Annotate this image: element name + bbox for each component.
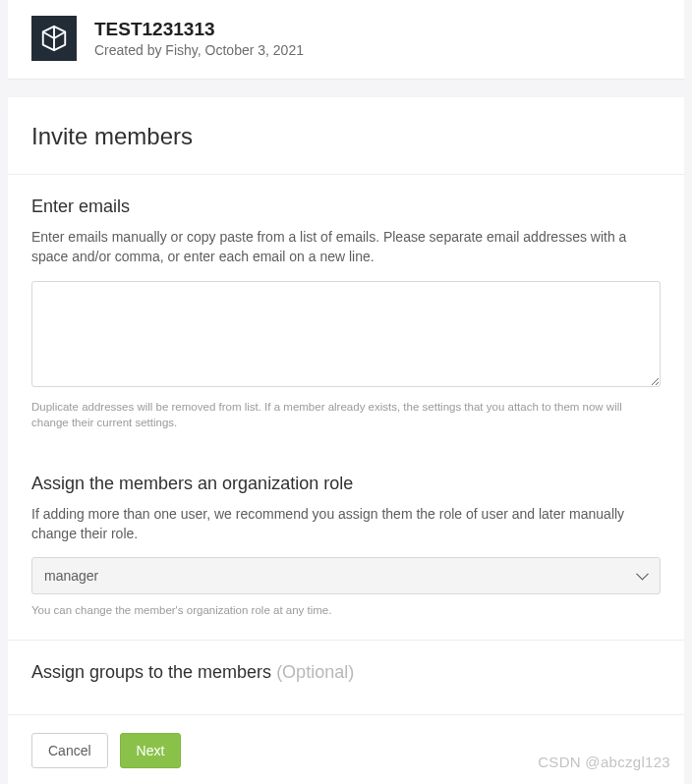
assign-groups-section: Assign groups to the members (Optional) [8, 641, 684, 714]
enter-emails-section: Enter emails Enter emails manually or co… [8, 175, 684, 452]
form-actions: Cancel Next [8, 715, 684, 784]
org-header-text: TEST1231313 Created by Fishy, October 3,… [94, 19, 304, 58]
role-select[interactable]: manager [31, 557, 661, 594]
invite-members-panel: Invite members Enter emails Enter emails… [8, 97, 684, 784]
org-header: TEST1231313 Created by Fishy, October 3,… [8, 0, 684, 80]
page-title: Invite members [8, 97, 684, 175]
assign-role-desc: If adding more than one user, we recomme… [31, 504, 661, 544]
role-hint: You can change the member's organization… [31, 602, 661, 618]
role-select-wrap: manager [31, 557, 661, 594]
enter-emails-heading: Enter emails [31, 196, 661, 217]
org-subtitle: Created by Fishy, October 3, 2021 [94, 42, 304, 58]
assign-role-heading: Assign the members an organization role [31, 474, 661, 494]
assign-role-section: Assign the members an organization role … [8, 452, 684, 641]
enter-emails-desc: Enter emails manually or copy paste from… [31, 227, 661, 267]
emails-hint: Duplicate addresses will be removed from… [31, 399, 661, 430]
unity-cube-icon [39, 24, 69, 53]
assign-groups-heading: Assign groups to the members (Optional) [31, 662, 661, 683]
emails-input[interactable] [31, 281, 661, 387]
cancel-button[interactable]: Cancel [31, 733, 108, 768]
optional-label: (Optional) [276, 662, 354, 682]
next-button[interactable]: Next [120, 733, 182, 768]
unity-logo-icon [31, 16, 77, 61]
org-title: TEST1231313 [94, 19, 304, 40]
assign-groups-heading-text: Assign groups to the members [31, 662, 276, 682]
